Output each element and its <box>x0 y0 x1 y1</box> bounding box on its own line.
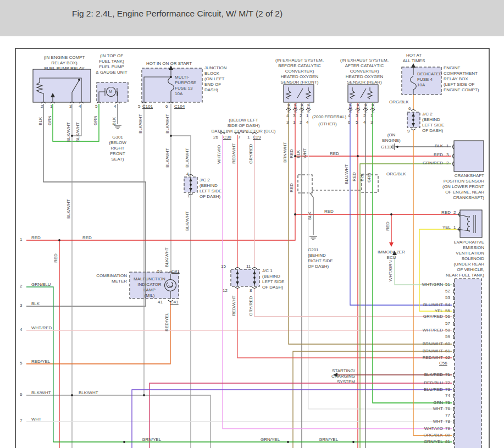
junction-dot <box>412 119 414 121</box>
diagram-label: 2 <box>300 113 302 119</box>
diagram-label: G201 (BEHIND RIGHT SIDE OF DASH) <box>308 247 333 269</box>
diagram-label: BLK/WHT <box>66 199 71 219</box>
diagram-label: 3 <box>69 104 71 109</box>
diagram-label: 52 <box>157 269 162 274</box>
diagram-label: NCA <box>348 103 353 113</box>
diagram-label: RED/YEL <box>164 313 170 331</box>
evap-solenoid-box <box>460 210 482 237</box>
diagram-label: WHT <box>31 417 41 422</box>
diagram-label: GRN <box>47 115 53 125</box>
diagram-label: 74 <box>445 393 450 399</box>
diagram-label: BRN/WHT <box>423 349 443 354</box>
diagram-label: RED <box>31 235 41 241</box>
junction-dot <box>352 441 355 443</box>
diagram-label: NCA <box>306 103 312 113</box>
diagram-label: GRN/BLU <box>31 282 51 287</box>
diagram-label: RED/YEL <box>31 359 50 364</box>
diagram-label: C101 <box>142 104 153 109</box>
diagram-label: 8 <box>250 288 252 294</box>
diagram-label: RED <box>82 235 92 241</box>
diagram-label: 71 <box>445 372 450 378</box>
diagram-label: 3 <box>356 113 358 119</box>
diagram-label: BLK <box>112 117 117 125</box>
diagram-label: IMMOBILZER ECU <box>378 250 405 261</box>
diagram-label: HOT AT ALL TIMES <box>403 53 425 64</box>
diagram-label: 1 <box>306 113 308 119</box>
diagram-label: 12 <box>223 288 228 294</box>
diagram-label: BLK/WHT <box>165 148 170 168</box>
diagram-label: C41 <box>171 269 180 274</box>
wiring-diagram-page: Fig 2: 2.4L, Engine Performance Circuit,… <box>0 0 504 448</box>
diagram-label: C30 <box>223 135 231 140</box>
diagram-label: BLU/WHT <box>423 302 443 308</box>
diagram-label: YEL <box>435 308 443 314</box>
diagram-label: RED/WHT <box>423 355 443 361</box>
junction-dot <box>143 394 145 396</box>
diagram-label: HOT IN ON OR START <box>146 61 192 67</box>
diagram-label: 60 <box>445 341 450 347</box>
diagram-label: 1 <box>20 237 22 242</box>
diagram-label: 1 <box>446 143 448 149</box>
diagram-label: RED <box>289 149 295 158</box>
diagram-label: (IN EXHAUST SYSTEM, BEFORE CATALYTIC CON… <box>275 58 324 85</box>
diagram-label: WHT <box>433 406 443 412</box>
junction-dot <box>170 76 172 78</box>
diagram-label: J/C 2 (BEHIND LEFT SIDE OF DASH) <box>200 178 221 200</box>
junction-dot <box>357 155 359 157</box>
diagram-label: JUNCTION BLOCK (ON LEFT END OF DASH) <box>204 65 226 93</box>
diagram-label: 2 <box>41 104 43 109</box>
diagram-label: 4 <box>286 113 289 119</box>
diagram-label: BLK/WHT <box>31 390 51 396</box>
diagram-label: (IN ENGINE COMPT RELAY BOX) FUEL PUMP RE… <box>44 55 85 71</box>
ecm-box <box>455 279 481 448</box>
diagram-label: (2000 FEDERAL) <box>312 114 346 120</box>
diagram-label: 61 <box>445 349 450 354</box>
diagram-label: C29 <box>253 135 261 140</box>
diagram-label: BLK <box>359 173 365 181</box>
diagram-label: YEL <box>442 225 451 230</box>
diagram-label: 6 <box>165 104 168 109</box>
diagram-label: 4 <box>348 113 350 119</box>
junction-dot <box>170 135 172 137</box>
diagram-label: DEDICATED FUSE 4 10A <box>417 71 442 88</box>
junction-dot <box>190 184 192 186</box>
diagram-label: MALFUNCTION INDICATOR LAMP (MIL) <box>134 276 165 298</box>
diagram-label: 9 <box>407 129 409 134</box>
diagram-border <box>15 48 489 448</box>
diagram-label: WHT <box>433 419 443 424</box>
diagram-label: 77 <box>445 413 450 418</box>
diagram-label: WHT/GRN <box>388 261 394 281</box>
diagram-label: BLK <box>31 301 40 307</box>
diagram-label: 76 <box>445 406 450 412</box>
diagram-label: 79 <box>445 426 450 432</box>
diagram-label: 6 <box>348 120 350 125</box>
diagram-label: BLK/WHT <box>138 114 143 134</box>
diagram-label: 58 <box>445 328 450 333</box>
diagram-label: GRY/RED <box>248 296 254 316</box>
diagram-label: RED <box>53 253 59 263</box>
diagram-label: 73 <box>445 387 450 392</box>
diagram-label: C56 <box>439 361 447 366</box>
junction-dot <box>71 394 73 396</box>
diagram-label: STARTING/ CHARGING SYSTEM <box>331 368 355 385</box>
diagram-label: BLK <box>296 150 301 158</box>
diagram-label: WHT/RED <box>423 328 443 333</box>
diagram-label: 4 <box>20 327 22 333</box>
diagram-label: 15 <box>221 264 226 269</box>
diagram-label: J/C 1 (BEHIND LEFT SIDE OF DASH) <box>262 268 284 290</box>
diagram-label: G133 <box>381 145 392 150</box>
diagram-label: 1 <box>370 113 373 119</box>
diagram-label: CRANKSHAFT POSITION SENSOR (ON LOWER FRO… <box>442 173 484 201</box>
diagram-label: 55 <box>445 308 450 314</box>
diagram-label: 52 <box>445 289 450 294</box>
diagram-label: WHT/RED <box>31 325 52 331</box>
diagram-label: 3 <box>446 152 448 158</box>
diagram-label: 4 <box>306 120 308 125</box>
diagram-label: 53 <box>445 295 450 301</box>
diagram-label: 7 <box>20 418 22 424</box>
diagram-label: 78 <box>445 419 450 424</box>
diagram-label: RED <box>324 209 334 214</box>
diagram-label: GRN/YEL <box>142 437 161 443</box>
junction-dot <box>287 441 289 443</box>
diagram-label: (OTHER) <box>318 121 336 127</box>
